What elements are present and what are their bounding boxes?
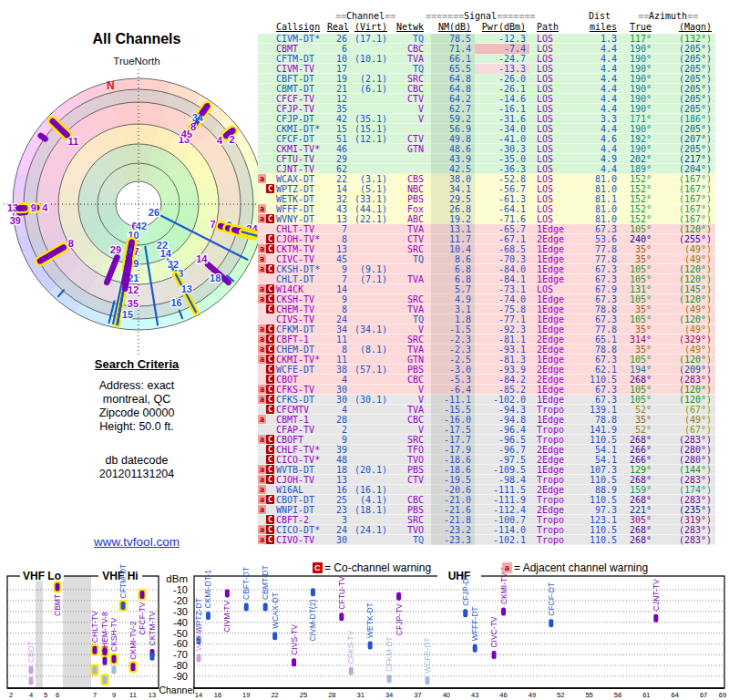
cell-real-channel: 6 [327, 44, 347, 54]
cell-azimuth-true: 105° [621, 395, 652, 405]
co-channel-warning-icon: C [266, 234, 274, 243]
warning-flags: aC [258, 525, 274, 534]
cell-callsign: CBMT-1 [274, 415, 327, 425]
warning-flags: aC [258, 134, 274, 143]
chart-marker [91, 664, 99, 675]
cell-path: Tropo [529, 435, 579, 445]
cell-path: Tropo [529, 425, 579, 435]
cell-pwr-dbm: -92.3 [475, 324, 529, 335]
cell-pwr-dbm: -67.1 [475, 234, 529, 244]
cell-network: CTV [387, 134, 431, 144]
table-row: aCCICO-TV*48TVO-18.6-97.52Edge54.1266°(2… [258, 455, 715, 465]
chart-marker: CIVS-TV [290, 624, 299, 666]
radar-channel-label: 12 [128, 284, 139, 295]
cell-azimuth-true: 194° [621, 365, 652, 375]
cell-azimuth-magn: (120°) [652, 385, 715, 395]
chart-marker-label: CKMI-DT-1 [203, 570, 212, 609]
radar-channel-label: 4 [42, 202, 48, 213]
cell-azimuth-true: 268° [621, 435, 652, 445]
cell-nm-db: -23.2 [431, 525, 475, 535]
adjacent-channel-warning-icon: a [258, 385, 266, 394]
cell-network: CBC [387, 84, 431, 94]
cell-nm-db: 5.7 [431, 284, 475, 294]
cell-path: 1Edge [529, 395, 579, 405]
table-row: aCCFCMTV4TVA-15.5-94.3Tropo139.152°(67°) [258, 405, 715, 415]
x-tick-label: 37 [414, 691, 421, 699]
x-tick-label: 19 [242, 691, 250, 699]
x-tick-label: 55 [585, 691, 592, 699]
cell-real-channel: 13 [327, 244, 347, 254]
cell-network: TQ [387, 64, 431, 74]
chart-marker: CFJP-TV [395, 592, 404, 635]
cell-callsign: CFKM-DT [274, 324, 327, 335]
cell-miles: 110.5 [579, 375, 621, 385]
cell-pwr-dbm: -109.5 [475, 465, 529, 475]
cell-miles: 4.4 [579, 74, 621, 84]
x-tick-label: 64 [672, 691, 679, 699]
cell-network: V [387, 104, 431, 114]
co-channel-warning-icon: C [266, 335, 274, 344]
cell-real-channel: 8 [327, 234, 347, 244]
radar-channel-label: 2 [230, 134, 235, 145]
cell-pwr-dbm: -102.0 [475, 395, 529, 405]
x-tick-label: 61 [642, 691, 650, 699]
cell-azimuth-true: 117° [621, 34, 652, 44]
cell-callsign: CKSH-TV [274, 294, 327, 304]
warning-flags: aC [258, 94, 274, 103]
cell-real-channel: 4 [327, 405, 347, 415]
cell-nm-db: 59.2 [431, 114, 475, 124]
cell-azimuth-true: 190° [621, 94, 652, 104]
cell-virtual-channel: (30.1) [347, 395, 387, 405]
cell-nm-db: -17.9 [431, 445, 475, 455]
adjacent-channel-legend-text: = Adjacent channel warning [514, 561, 648, 574]
x-tick-label: 43 [471, 691, 478, 699]
x-tick-label: 9 [112, 691, 116, 699]
co-channel-warning-icon: C [266, 294, 274, 304]
cell-nm-db: -23.3 [431, 535, 475, 545]
cell-virtual-channel: (17.1) [347, 34, 387, 44]
table-row: aCCJNT-TV6242.5-36.3LOS4.4189°(204°) [258, 164, 715, 174]
cell-path: LOS [529, 164, 579, 174]
cell-azimuth-magn: (217°) [652, 154, 715, 164]
table-row: aCCFCF-DT51(12.1)CTV49.8-41.0LOS4.6192°(… [258, 134, 715, 144]
column-header: Callsign [274, 22, 327, 34]
chart-marker: CKMI-TV-2 [128, 621, 138, 673]
cell-network: SRC [387, 74, 431, 84]
radar-channel-label: 4 [217, 135, 223, 146]
cell-callsign: CJOH-TV [274, 475, 327, 485]
cell-azimuth-magn: (283°) [652, 375, 715, 385]
radar-title: All Channels [0, 31, 273, 47]
cell-virtual-channel: (24.1) [347, 525, 387, 535]
chart-marker: W14CK [194, 623, 203, 662]
cell-network: TVA [387, 405, 431, 415]
cell-miles: 54.1 [579, 455, 621, 465]
cell-nm-db: 19.2 [431, 214, 475, 224]
group-header: ≡≡≡≡≡≡≡Signal≡≡≡≡≡≡≡ [426, 11, 535, 21]
cell-path: 1Edge [529, 254, 579, 264]
warning-flags: aC [258, 425, 274, 434]
cell-callsign: CKMI-DT* [274, 124, 327, 134]
cell-nm-db: -18.6 [431, 455, 475, 465]
cell-path: LOS [529, 64, 579, 74]
x-tick-label: 7 [93, 691, 97, 699]
cell-pwr-dbm: -81.1 [475, 335, 529, 345]
cell-nm-db: 6.8 [431, 274, 475, 284]
cell-callsign: WPTZ-DT [274, 184, 327, 194]
tvfool-link[interactable]: www.tvfool.com [94, 535, 180, 549]
chart-marker-label: CKMI-TV-2 [128, 621, 138, 659]
radar-marker: 2 [228, 130, 235, 145]
cell-azimuth-true: 268° [621, 375, 652, 385]
cell-miles: 67.9 [579, 284, 621, 294]
cell-pwr-dbm: -35.0 [475, 154, 529, 164]
chart-marker: CHEM-TV-8 [100, 612, 109, 665]
cell-nm-db: 13.1 [431, 224, 475, 234]
cell-nm-db: 29.5 [431, 194, 475, 204]
cell-azimuth-magn: (283°) [652, 495, 715, 505]
cell-pwr-dbm: -102.1 [475, 535, 529, 545]
radar-marker [202, 107, 207, 113]
cell-azimuth-magn: (204°) [652, 164, 715, 174]
chart-marker [101, 674, 109, 685]
table-row: aCCFKS-DT30(30.1)V-11.1-102.01Edge67.310… [258, 395, 715, 405]
cell-pwr-dbm: -81.3 [475, 355, 529, 365]
warning-flags: aC [258, 465, 274, 474]
